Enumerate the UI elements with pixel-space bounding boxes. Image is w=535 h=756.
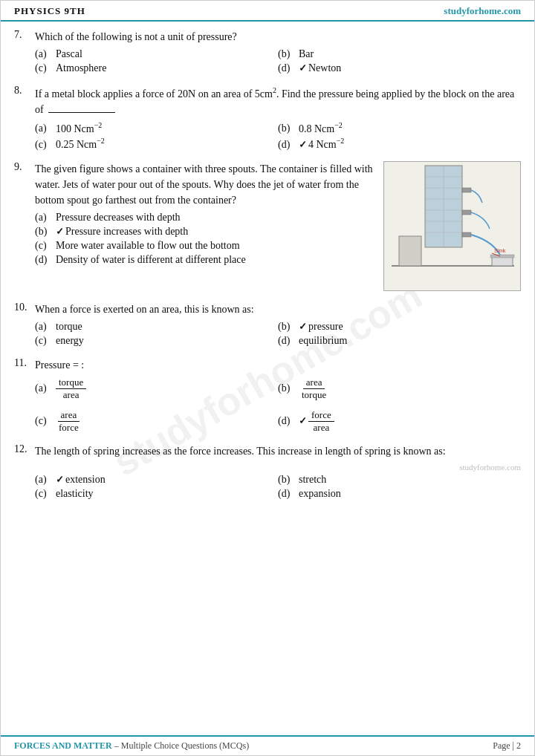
q7-text: Which of the following is not a unit of … xyxy=(35,29,521,45)
q9-options: (a) Pressure decreases with depth (b) ✓ … xyxy=(35,212,376,266)
q11-opt-a: (a) torque area xyxy=(35,377,278,400)
q10-opt-a: (a) torque xyxy=(35,321,278,333)
q9-opt-d: (d) Density of water is different at dif… xyxy=(35,254,376,266)
question-8-row: 8. If a metal block applies a force of 2… xyxy=(14,85,521,117)
small-watermark: studyforhome.com xyxy=(14,463,521,472)
q9-text-col: 9. The given figure shows a container wi… xyxy=(14,161,376,266)
q9-row: 9. The given figure shows a container wi… xyxy=(14,161,521,291)
svg-rect-15 xyxy=(490,255,514,258)
q11-frac-d: force area xyxy=(308,409,334,433)
q11-opt-b: (b) area torque xyxy=(278,377,521,400)
question-12-row: 12. The length of spring increases as th… xyxy=(14,443,521,459)
q11-options: (a) torque area (b) area torque (c) xyxy=(35,377,521,433)
q7-options: (a) Pascal (b) Bar (c) Atmosphere (d) ✓ … xyxy=(35,48,521,74)
q12-opt-c: (c) elasticity xyxy=(35,488,278,500)
q12-num: 12. xyxy=(14,443,35,455)
q8-options: (a) 100 Ncm−2 (b) 0.8 Ncm−2 (c) 0.25 Ncm… xyxy=(35,121,521,151)
q7-opt-a: (a) Pascal xyxy=(35,48,278,60)
q7-opt-c: (c) Atmosphere xyxy=(35,62,278,74)
q9-image-box: Sink xyxy=(383,161,521,291)
q12-options: (a) ✓ extension (b) stretch (c) elastici… xyxy=(35,474,521,500)
q12-text: The length of spring increases as the fo… xyxy=(35,443,521,459)
q12-opt-d: (d) expansion xyxy=(278,488,521,500)
question-9: 9. The given figure shows a container wi… xyxy=(14,161,521,291)
q10-text: When a force is exerted on an area, this… xyxy=(35,302,521,317)
q8-num: 8. xyxy=(14,85,35,97)
question-8: 8. If a metal block applies a force of 2… xyxy=(14,85,521,151)
footer-subject: FORCES AND MATTER – Multiple Choice Ques… xyxy=(14,740,249,752)
question-12: 12. The length of spring increases as th… xyxy=(14,443,521,500)
question-10-row: 10. When a force is exerted on an area, … xyxy=(14,302,521,317)
q7-opt-b: (b) Bar xyxy=(278,48,521,60)
svg-rect-10 xyxy=(462,188,471,192)
footer-page: Page | 2 xyxy=(493,740,521,752)
header-title: PHYSICS 9TH xyxy=(14,5,85,17)
q11-text: Pressure = : xyxy=(35,357,521,373)
svg-text:Sink: Sink xyxy=(494,247,507,254)
q9-opt-c: (c) More water available to flow out the… xyxy=(35,240,376,252)
footer: FORCES AND MATTER – Multiple Choice Ques… xyxy=(1,735,534,755)
q8-opt-b: (b) 0.8 Ncm−2 xyxy=(278,121,521,135)
q10-opt-b: (b) ✓ pressure xyxy=(278,321,521,333)
q9-qrow: 9. The given figure shows a container wi… xyxy=(14,161,376,208)
question-7: 7. Which of the following is not a unit … xyxy=(14,29,521,74)
q8-opt-c: (c) 0.25 Ncm−2 xyxy=(35,137,278,151)
svg-rect-11 xyxy=(462,210,471,215)
q9-opt-a: (a) Pressure decreases with depth xyxy=(35,212,376,224)
q11-opt-d: (d) ✓ force area xyxy=(278,409,521,433)
q11-opt-c: (c) area force xyxy=(35,409,278,433)
svg-rect-12 xyxy=(462,232,471,237)
q11-frac-b: area torque xyxy=(299,377,329,400)
q9-num: 9. xyxy=(14,161,35,173)
content: studyforhome.com 7. Which of the followi… xyxy=(1,22,534,735)
q8-opt-d: (d) ✓ 4 Ncm−2 xyxy=(278,137,521,151)
q11-frac-c: area force xyxy=(56,409,82,433)
q11-num: 11. xyxy=(14,357,35,369)
q12-opt-b: (b) stretch xyxy=(278,474,521,486)
header-website: studyforhome.com xyxy=(444,5,521,17)
q11-frac-a: torque area xyxy=(56,377,86,400)
q9-opt-b: (b) ✓ Pressure increases with depth xyxy=(35,226,376,238)
q10-options: (a) torque (b) ✓ pressure (c) energy (d)… xyxy=(35,321,521,347)
question-11-row: 11. Pressure = : xyxy=(14,357,521,373)
q8-text: If a metal block applies a force of 20N … xyxy=(35,85,521,117)
page-wrapper: PHYSICS 9TH studyforhome.com studyforhom… xyxy=(0,0,535,756)
q12-opt-a: (a) ✓ extension xyxy=(35,474,278,486)
q8-opt-a: (a) 100 Ncm−2 xyxy=(35,121,278,135)
question-7-row: 7. Which of the following is not a unit … xyxy=(14,29,521,45)
q7-opt-d: (d) ✓ Newton xyxy=(278,62,521,74)
question-10: 10. When a force is exerted on an area, … xyxy=(14,302,521,347)
header: PHYSICS 9TH studyforhome.com xyxy=(1,1,534,22)
question-11: 11. Pressure = : (a) torque area (b) are… xyxy=(14,357,521,433)
q7-num: 7. xyxy=(14,29,35,41)
svg-rect-18 xyxy=(399,236,421,266)
q9-text: The given figure shows a container with … xyxy=(35,161,376,208)
q10-opt-c: (c) energy xyxy=(35,335,278,347)
q10-opt-d: (d) equilibrium xyxy=(278,335,521,347)
svg-rect-14 xyxy=(492,257,513,266)
q9-image-col: Sink xyxy=(383,161,521,291)
q10-num: 10. xyxy=(14,302,35,313)
